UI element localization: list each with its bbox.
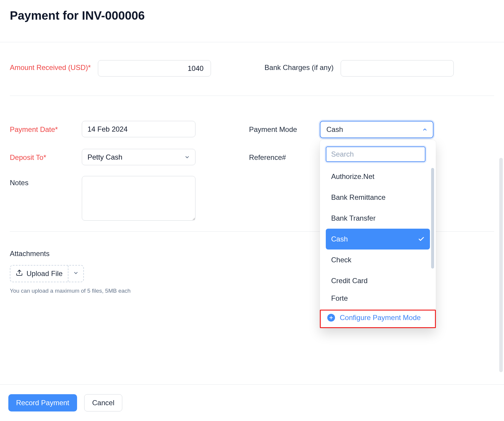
payment-date-input[interactable]	[82, 121, 195, 137]
vertical-scrollbar[interactable]	[499, 158, 503, 372]
upload-icon	[16, 269, 23, 278]
check-icon	[418, 236, 425, 242]
payment-date-field: Payment Date*	[10, 121, 195, 138]
row-amount-bank: Amount Received (USD)* Bank Charges (if …	[10, 60, 494, 77]
configure-payment-mode[interactable]: Configure Payment Mode	[320, 310, 436, 328]
amount-received-field: Amount Received (USD)*	[10, 60, 211, 77]
amount-received-label: Amount Received (USD)*	[10, 60, 91, 73]
payment-mode-search[interactable]	[326, 146, 425, 162]
upload-file-label: Upload File	[26, 269, 62, 278]
bank-charges-input[interactable]	[341, 60, 454, 77]
bank-charges-field: Bank Charges (if any)	[264, 60, 454, 77]
upload-file-control: Upload File	[10, 265, 84, 282]
row-date-mode: Payment Date* Payment Mode Cash Authoriz…	[10, 121, 494, 138]
deposit-to-select[interactable]: Petty Cash	[82, 149, 195, 165]
payment-mode-dropdown: Authorize.Net Bank Remittance Bank Trans…	[320, 140, 436, 328]
page-content: Payment for INV-000006	[0, 0, 504, 42]
footer-bar: Record Payment Cancel	[0, 384, 504, 421]
upload-file-button[interactable]: Upload File	[10, 266, 68, 282]
upload-options-button[interactable]	[68, 266, 83, 282]
option-check[interactable]: Check	[326, 250, 430, 270]
deposit-to-label: Deposit To*	[10, 149, 75, 163]
chevron-down-icon	[184, 155, 190, 160]
bank-charges-label: Bank Charges (if any)	[264, 60, 334, 73]
amount-received-input[interactable]	[98, 60, 211, 77]
payment-mode-value: Cash	[326, 125, 343, 134]
chevron-up-icon	[422, 127, 428, 132]
payment-mode-select[interactable]: Cash	[320, 121, 433, 138]
notes-textarea[interactable]	[82, 176, 195, 221]
payment-date-label: Payment Date*	[10, 121, 75, 135]
payment-mode-option-list: Authorize.Net Bank Remittance Bank Trans…	[320, 166, 436, 310]
notes-label: Notes	[10, 176, 75, 188]
notes-field: Notes	[10, 176, 195, 221]
chevron-down-icon	[73, 270, 79, 277]
payment-mode-label: Payment Mode	[249, 121, 313, 135]
deposit-to-value: Petty Cash	[87, 153, 122, 161]
reference-label: Reference#	[249, 149, 313, 163]
option-bank-remittance[interactable]: Bank Remittance	[326, 187, 430, 208]
plus-circle-icon	[327, 314, 335, 322]
section-divider	[10, 96, 494, 96]
cancel-button[interactable]: Cancel	[84, 394, 123, 411]
option-bank-transfer[interactable]: Bank Transfer	[326, 208, 430, 229]
option-forte[interactable]: Forte	[326, 291, 430, 305]
page-title: Payment for INV-000006	[10, 9, 494, 22]
deposit-to-field: Deposit To* Petty Cash	[10, 149, 195, 165]
configure-payment-mode-label: Configure Payment Mode	[340, 313, 421, 322]
payment-mode-field: Payment Mode Cash Authorize.Net Bank Rem…	[249, 121, 433, 138]
dropdown-scrollbar[interactable]	[431, 168, 434, 275]
record-payment-button[interactable]: Record Payment	[8, 394, 77, 411]
reference-field: Reference#	[249, 149, 313, 165]
option-authorize-net[interactable]: Authorize.Net	[326, 166, 430, 187]
option-credit-card[interactable]: Credit Card	[326, 270, 430, 291]
option-cash[interactable]: Cash	[326, 229, 430, 250]
payment-form: Amount Received (USD)* Bank Charges (if …	[0, 42, 504, 303]
